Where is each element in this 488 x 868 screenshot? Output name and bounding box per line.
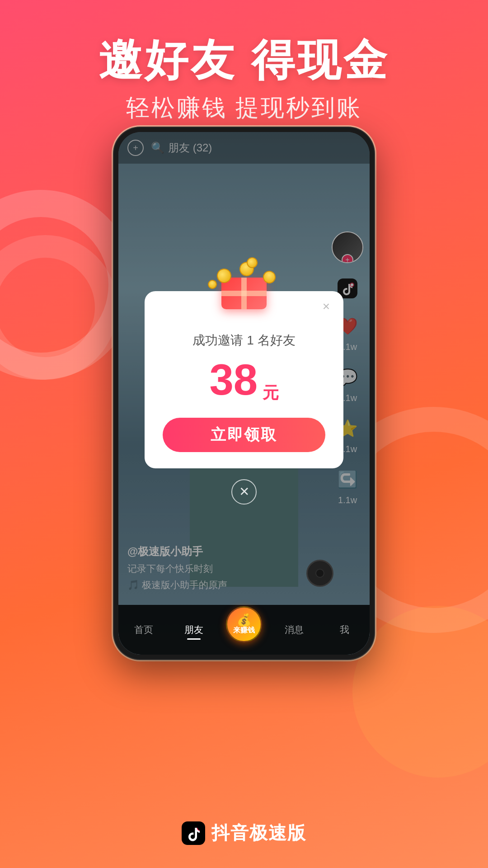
nav-friends[interactable]: 朋友	[169, 623, 219, 636]
app-branding: 抖音极速版	[182, 821, 306, 845]
claim-button[interactable]: 立即领取	[163, 418, 325, 452]
nav-friends-label: 朋友	[184, 623, 203, 636]
nav-home[interactable]: 首页	[118, 623, 169, 636]
nav-center[interactable]: 💰 来赚钱	[219, 617, 269, 642]
modal-close-button[interactable]: ×	[318, 298, 334, 315]
header-section: 邀好友 得现金 轻松赚钱 提现秒到账	[0, 0, 488, 124]
reward-amount: 38	[209, 358, 258, 401]
modal-decoration	[199, 255, 289, 309]
modal-overlay: × 成功邀请 1 名好友 38 元 立即领取 ✕	[118, 132, 370, 655]
nav-me-label: 我	[340, 623, 349, 636]
money-bag-icon: 💰	[237, 614, 251, 626]
coin-5	[206, 279, 218, 291]
bottom-nav: 首页 朋友 💰 来赚钱 消息 我	[118, 605, 370, 655]
phone-screen: + 🔍 朋友 (32) +	[118, 132, 370, 655]
tiktok-brand-logo	[182, 821, 205, 845]
header-title: 邀好友 得现金	[0, 36, 488, 84]
phone-frame: + 🔍 朋友 (32) +	[113, 127, 375, 660]
nav-center-label: 来赚钱	[233, 626, 255, 635]
nav-home-label: 首页	[134, 623, 153, 636]
earn-money-badge[interactable]: 💰 来赚钱	[226, 606, 262, 642]
header-subtitle: 轻松赚钱 提现秒到账	[0, 92, 488, 124]
nav-messages[interactable]: 消息	[269, 623, 319, 636]
phone-mockup: + 🔍 朋友 (32) +	[113, 127, 375, 660]
nav-active-indicator	[187, 638, 201, 640]
dismiss-circle-button[interactable]: ✕	[231, 479, 257, 505]
reward-unit: 元	[263, 383, 279, 402]
invite-success-text: 成功邀请 1 名好友	[158, 332, 330, 349]
nav-me[interactable]: 我	[319, 623, 370, 636]
modal-body: 成功邀请 1 名好友 38 元 立即领取	[145, 291, 343, 452]
brand-name: 抖音极速版	[211, 821, 306, 845]
amount-row: 38 元	[158, 358, 330, 404]
reward-modal: × 成功邀请 1 名好友 38 元 立即领取 ✕	[145, 291, 343, 468]
nav-messages-label: 消息	[285, 623, 304, 636]
